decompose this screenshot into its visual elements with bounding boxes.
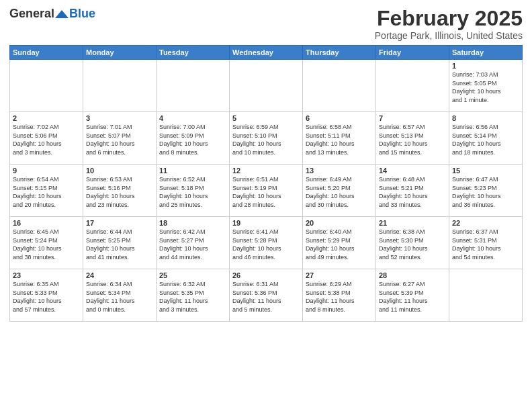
day-number: 5 xyxy=(232,114,300,122)
calendar-cell: 27Sunrise: 6:29 AM Sunset: 5:38 PM Dayli… xyxy=(303,269,376,322)
day-number: 8 xyxy=(452,114,519,122)
day-info: Sunrise: 7:00 AM Sunset: 5:09 PM Dayligh… xyxy=(159,123,226,156)
day-number: 23 xyxy=(13,271,80,279)
day-info: Sunrise: 6:38 AM Sunset: 5:30 PM Dayligh… xyxy=(379,228,446,261)
calendar-cell: 22Sunrise: 6:37 AM Sunset: 5:31 PM Dayli… xyxy=(449,217,523,269)
day-number: 1 xyxy=(452,62,519,70)
day-info: Sunrise: 6:29 AM Sunset: 5:38 PM Dayligh… xyxy=(306,280,373,314)
calendar-cell: 11Sunrise: 6:52 AM Sunset: 5:18 PM Dayli… xyxy=(157,165,230,217)
day-info: Sunrise: 6:58 AM Sunset: 5:11 PM Dayligh… xyxy=(306,123,373,156)
header: General Blue February 2025 Portage Park,… xyxy=(9,7,523,41)
day-number: 2 xyxy=(13,114,80,122)
title-block: February 2025 Portage Park, Illinois, Un… xyxy=(375,7,523,41)
weekday-header-saturday: Saturday xyxy=(449,46,523,60)
day-info: Sunrise: 6:37 AM Sunset: 5:31 PM Dayligh… xyxy=(452,228,519,261)
page: General Blue February 2025 Portage Park,… xyxy=(0,0,532,411)
day-number: 10 xyxy=(86,167,153,175)
weekday-header-monday: Monday xyxy=(83,46,157,60)
calendar-cell: 15Sunrise: 6:47 AM Sunset: 5:23 PM Dayli… xyxy=(449,165,523,217)
calendar-cell xyxy=(230,60,303,112)
day-info: Sunrise: 6:31 AM Sunset: 5:36 PM Dayligh… xyxy=(232,280,300,314)
day-number: 3 xyxy=(86,114,153,122)
calendar-cell: 17Sunrise: 6:44 AM Sunset: 5:25 PM Dayli… xyxy=(83,217,157,269)
calendar-cell: 3Sunrise: 7:01 AM Sunset: 5:07 PM Daylig… xyxy=(83,112,157,165)
logo-icon xyxy=(55,9,69,19)
weekday-header-row: SundayMondayTuesdayWednesdayThursdayFrid… xyxy=(10,46,523,60)
calendar-cell: 8Sunrise: 6:56 AM Sunset: 5:14 PM Daylig… xyxy=(449,112,523,165)
calendar-cell: 10Sunrise: 6:53 AM Sunset: 5:16 PM Dayli… xyxy=(83,165,157,217)
weekday-header-friday: Friday xyxy=(376,46,449,60)
calendar-cell: 18Sunrise: 6:42 AM Sunset: 5:27 PM Dayli… xyxy=(157,217,230,269)
weekday-header-sunday: Sunday xyxy=(10,46,83,60)
day-info: Sunrise: 7:03 AM Sunset: 5:05 PM Dayligh… xyxy=(452,71,519,104)
day-number: 15 xyxy=(452,167,519,175)
calendar-cell: 1Sunrise: 7:03 AM Sunset: 5:05 PM Daylig… xyxy=(449,60,523,112)
day-number: 11 xyxy=(159,167,226,175)
month-title: February 2025 xyxy=(375,7,523,30)
calendar-cell: 16Sunrise: 6:45 AM Sunset: 5:24 PM Dayli… xyxy=(10,217,83,269)
day-number: 6 xyxy=(306,114,373,122)
day-number: 13 xyxy=(306,167,373,175)
week-row-5: 23Sunrise: 6:35 AM Sunset: 5:33 PM Dayli… xyxy=(10,269,523,322)
day-info: Sunrise: 6:49 AM Sunset: 5:20 PM Dayligh… xyxy=(306,175,373,209)
logo-blue-text: Blue xyxy=(69,7,95,21)
day-info: Sunrise: 6:41 AM Sunset: 5:28 PM Dayligh… xyxy=(232,228,300,261)
calendar-cell: 13Sunrise: 6:49 AM Sunset: 5:20 PM Dayli… xyxy=(303,165,376,217)
calendar-cell xyxy=(83,60,157,112)
day-number: 18 xyxy=(159,219,226,227)
calendar-cell xyxy=(449,269,523,322)
day-number: 16 xyxy=(13,219,80,227)
calendar-cell: 20Sunrise: 6:40 AM Sunset: 5:29 PM Dayli… xyxy=(303,217,376,269)
day-number: 14 xyxy=(379,167,446,175)
calendar-cell: 5Sunrise: 6:59 AM Sunset: 5:10 PM Daylig… xyxy=(230,112,303,165)
calendar-cell: 4Sunrise: 7:00 AM Sunset: 5:09 PM Daylig… xyxy=(157,112,230,165)
day-info: Sunrise: 7:01 AM Sunset: 5:07 PM Dayligh… xyxy=(86,123,153,156)
day-info: Sunrise: 6:32 AM Sunset: 5:35 PM Dayligh… xyxy=(159,280,226,314)
day-info: Sunrise: 6:44 AM Sunset: 5:25 PM Dayligh… xyxy=(86,228,153,261)
day-number: 7 xyxy=(379,114,446,122)
day-info: Sunrise: 6:42 AM Sunset: 5:27 PM Dayligh… xyxy=(159,228,226,261)
day-info: Sunrise: 6:27 AM Sunset: 5:39 PM Dayligh… xyxy=(379,280,446,314)
day-info: Sunrise: 6:48 AM Sunset: 5:21 PM Dayligh… xyxy=(379,175,446,209)
day-info: Sunrise: 6:47 AM Sunset: 5:23 PM Dayligh… xyxy=(452,175,519,209)
logo-general-text: General xyxy=(9,7,54,21)
day-info: Sunrise: 6:54 AM Sunset: 5:15 PM Dayligh… xyxy=(13,175,80,209)
day-info: Sunrise: 6:57 AM Sunset: 5:13 PM Dayligh… xyxy=(379,123,446,156)
day-number: 26 xyxy=(232,271,300,279)
day-info: Sunrise: 6:34 AM Sunset: 5:34 PM Dayligh… xyxy=(86,280,153,314)
day-info: Sunrise: 6:40 AM Sunset: 5:29 PM Dayligh… xyxy=(306,228,373,261)
week-row-1: 1Sunrise: 7:03 AM Sunset: 5:05 PM Daylig… xyxy=(10,60,523,112)
logo: General Blue xyxy=(9,7,95,21)
day-info: Sunrise: 6:52 AM Sunset: 5:18 PM Dayligh… xyxy=(159,175,226,209)
location: Portage Park, Illinois, United States xyxy=(375,30,523,41)
week-row-4: 16Sunrise: 6:45 AM Sunset: 5:24 PM Dayli… xyxy=(10,217,523,269)
calendar-cell: 19Sunrise: 6:41 AM Sunset: 5:28 PM Dayli… xyxy=(230,217,303,269)
day-number: 21 xyxy=(379,219,446,227)
weekday-header-thursday: Thursday xyxy=(303,46,376,60)
day-number: 4 xyxy=(159,114,226,122)
day-info: Sunrise: 7:02 AM Sunset: 5:06 PM Dayligh… xyxy=(13,123,80,156)
weekday-header-tuesday: Tuesday xyxy=(157,46,230,60)
day-number: 17 xyxy=(86,219,153,227)
day-info: Sunrise: 6:35 AM Sunset: 5:33 PM Dayligh… xyxy=(13,280,80,314)
week-row-3: 9Sunrise: 6:54 AM Sunset: 5:15 PM Daylig… xyxy=(10,165,523,217)
calendar-cell: 9Sunrise: 6:54 AM Sunset: 5:15 PM Daylig… xyxy=(10,165,83,217)
day-number: 28 xyxy=(379,271,446,279)
day-number: 12 xyxy=(232,167,300,175)
calendar-cell: 7Sunrise: 6:57 AM Sunset: 5:13 PM Daylig… xyxy=(376,112,449,165)
day-number: 22 xyxy=(452,219,519,227)
day-number: 25 xyxy=(159,271,226,279)
day-info: Sunrise: 6:45 AM Sunset: 5:24 PM Dayligh… xyxy=(13,228,80,261)
day-number: 27 xyxy=(306,271,373,279)
svg-marker-0 xyxy=(55,10,69,18)
day-number: 19 xyxy=(232,219,300,227)
day-info: Sunrise: 6:59 AM Sunset: 5:10 PM Dayligh… xyxy=(232,123,300,156)
day-info: Sunrise: 6:56 AM Sunset: 5:14 PM Dayligh… xyxy=(452,123,519,156)
week-row-2: 2Sunrise: 7:02 AM Sunset: 5:06 PM Daylig… xyxy=(10,112,523,165)
day-number: 24 xyxy=(86,271,153,279)
calendar-cell: 26Sunrise: 6:31 AM Sunset: 5:36 PM Dayli… xyxy=(230,269,303,322)
calendar-cell xyxy=(303,60,376,112)
calendar-cell: 14Sunrise: 6:48 AM Sunset: 5:21 PM Dayli… xyxy=(376,165,449,217)
weekday-header-wednesday: Wednesday xyxy=(230,46,303,60)
calendar-cell: 25Sunrise: 6:32 AM Sunset: 5:35 PM Dayli… xyxy=(157,269,230,322)
